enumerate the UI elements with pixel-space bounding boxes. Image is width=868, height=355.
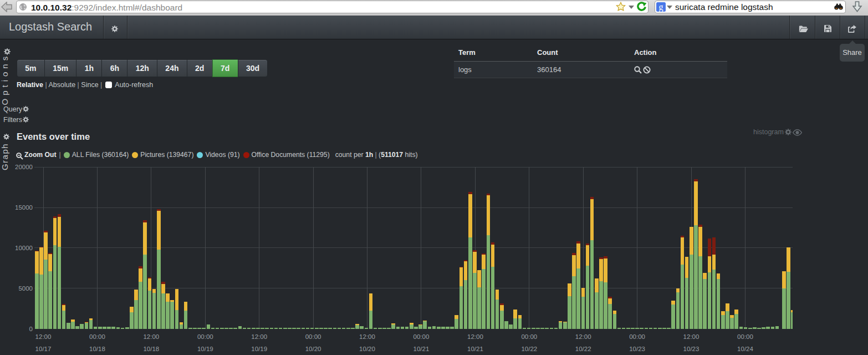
svg-text:10/21: 10/21 [467,346,483,352]
svg-text:10/18: 10/18 [89,346,105,352]
svg-text:00:00: 00:00 [521,333,537,340]
svg-text:10/22: 10/22 [521,346,537,352]
svg-text:10/23: 10/23 [629,346,645,352]
svg-text:00:00: 00:00 [737,333,753,340]
svg-text:10/20: 10/20 [305,346,321,352]
svg-text:12:00: 12:00 [35,333,52,340]
svg-text:12:00: 12:00 [467,333,483,340]
svg-text:10/17: 10/17 [35,346,52,352]
svg-text:10/24: 10/24 [737,346,753,352]
svg-text:10/18: 10/18 [143,346,159,352]
svg-text:00:00: 00:00 [197,333,213,340]
svg-text:00:00: 00:00 [629,333,645,340]
svg-text:20000: 20000 [15,164,33,170]
svg-text:12:00: 12:00 [683,333,699,340]
svg-text:10/23: 10/23 [683,346,699,352]
svg-text:00:00: 00:00 [89,333,105,340]
svg-text:10/21: 10/21 [413,346,430,352]
svg-text:12:00: 12:00 [575,333,591,340]
svg-text:10/19: 10/19 [251,346,267,352]
svg-text:10/22: 10/22 [575,346,591,352]
svg-text:12:00: 12:00 [143,333,159,340]
svg-text:10/19: 10/19 [197,346,213,352]
svg-text:00:00: 00:00 [305,333,321,340]
svg-text:15000: 15000 [15,204,33,211]
svg-text:00:00: 00:00 [413,333,430,340]
svg-text:10/20: 10/20 [359,346,375,352]
svg-text:12:00: 12:00 [251,333,267,340]
svg-text:12:00: 12:00 [359,333,375,340]
svg-text:5000: 5000 [18,285,33,292]
svg-text:10000: 10000 [15,245,33,251]
svg-text:0: 0 [29,326,33,332]
